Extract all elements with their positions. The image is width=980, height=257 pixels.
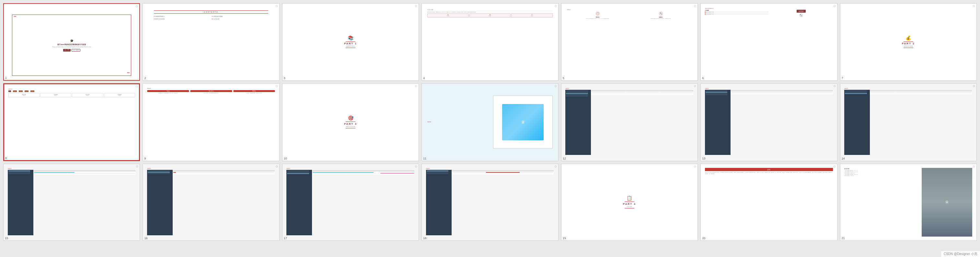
contents-item-4: 04 论 文 总 结: [212, 18, 268, 20]
star-icon-7[interactable]: ✩: [972, 4, 975, 8]
star-icon-14[interactable]: ✩: [972, 84, 975, 88]
slide3-icon: 📚: [344, 35, 357, 40]
slide-20[interactable]: 总结 通过对基于Java EE的社区买菜系统的设计与实现，本文系统地研究了如何利…: [700, 164, 837, 241]
slide-6[interactable]: 国内外研究现状对比 行业观察 国内研究现状描述文字内容。 国外研究现状描述文字内…: [700, 3, 837, 81]
slide11-screenshot: 🖥: [521, 120, 525, 125]
star-icon-6[interactable]: ✩: [833, 4, 836, 8]
slide-13[interactable]: 功能演示: [700, 83, 837, 161]
slide-15[interactable]: 功能演示: [3, 164, 140, 241]
slide2-title: -CONTENTS-: [154, 10, 268, 14]
slide21-ref5: [5] 作者. 文献题目[D]. 大学, 2021.: [844, 175, 920, 176]
star-icon-18[interactable]: ✩: [554, 164, 557, 168]
slide-number-21: 21: [842, 236, 845, 240]
slide1-btn1: 姓名：XXX: [63, 49, 71, 51]
star-icon-20[interactable]: ✩: [833, 164, 836, 168]
slide10-part: PART 3: [344, 123, 357, 125]
star-icon-15[interactable]: ✩: [136, 164, 138, 168]
slide-17[interactable]: 功能演示: [282, 164, 419, 241]
slide6-content: 行业观察 国内研究现状描述文字内容。 国外研究现状描述文字内容。 实时竞价 🔧: [705, 10, 833, 17]
star-icon-13[interactable]: ✩: [833, 84, 836, 88]
slide-number-18: 18: [423, 236, 426, 240]
slide6-header: 国内外研究现状对比: [705, 8, 833, 9]
slide1-subtitle: Design and Implementation of a Community…: [52, 46, 91, 48]
slide-4[interactable]: 论文选入选题 随着互联网技术的快速发展，网络购物已经成为人们日常生活中不可或缺的…: [422, 3, 558, 81]
slide-14[interactable]: 功能演示: [840, 83, 977, 161]
slide3-part: PART 1: [344, 42, 357, 45]
slide-number-20: 20: [702, 236, 705, 240]
star-icon-4[interactable]: ✩: [554, 4, 557, 8]
slide-1[interactable]: ❝❝ 🎓 基于java EE的社区买菜系统设计与实现 Design and Im…: [3, 3, 140, 81]
slide8-flow: 用户 → 商品分类 → 买品构架 → 买品订单 → 买品收货: [8, 90, 135, 92]
slide-2[interactable]: -CONTENTS- 01 选题背景和意义 02 研究内容与思路 03 研究方法…: [143, 3, 279, 81]
slide-21[interactable]: 参考文献 [1] 作者. 文献题目[J]. 期刊名称, 2020, 01: 1-…: [840, 164, 977, 241]
slide21-ref1: [1] 作者. 文献题目[J]. 期刊名称, 2020, 01: 1-10.: [844, 170, 920, 171]
slide-number-19: 19: [563, 236, 566, 240]
contents-item-3: 03 研究方法与过程: [154, 18, 211, 20]
slide-16[interactable]: 功能演示: [143, 164, 279, 241]
slide-18[interactable]: 功能演示: [422, 164, 558, 241]
slide-number-9: 9: [144, 157, 146, 160]
star-icon-3[interactable]: ✩: [415, 4, 417, 8]
star-icon-2[interactable]: ✩: [275, 4, 278, 8]
star-icon-21[interactable]: ✩: [972, 164, 975, 168]
star-icon-9[interactable]: ✩: [275, 84, 278, 88]
contents-item-2: 02 研究内容与思路: [212, 16, 268, 17]
slide10-sub: 研究方法与过程: [344, 126, 357, 128]
slide-7[interactable]: 💰 PART 2 研究内容与思路 7 ✩: [840, 3, 977, 81]
slide-number-16: 16: [144, 236, 147, 240]
slide4-boxes: A 行业背景 B 研究目的 C 研究意义: [427, 13, 553, 18]
slide-11[interactable]: 功能演示 🖥 11 ✩: [422, 83, 558, 161]
slide11-header: 功能演示: [427, 121, 493, 123]
slide3-sub: 选题背景与意义: [344, 46, 357, 47]
slide-number-2: 2: [144, 77, 146, 80]
star-icon-10[interactable]: ✩: [415, 84, 417, 88]
slide21-ref4: [4] 作者. 文献题目[J]. 期刊名称, 2022, 03: 21-30.: [844, 174, 920, 175]
slide5-header: 研究意义: [567, 9, 692, 10]
slide21-ref3: [3] 作者. 文献题目[M]. 出版社, 2019.: [844, 173, 920, 174]
slides-grid: ❝❝ 🎓 基于java EE的社区买菜系统设计与实现 Design and Im…: [0, 0, 980, 244]
slide18-header: 功能演示: [426, 168, 554, 169]
slide12-ui: [565, 90, 693, 155]
slide-8[interactable]: 功能演示 用户 → 商品分类 → 买品构架 → 买品订单 → 买品收货 商品分类…: [3, 83, 140, 161]
slide-3[interactable]: 📚 PART 1 选题背景与意义 3 ✩: [282, 3, 419, 81]
slide8-header: 功能演示: [8, 88, 135, 90]
slide1-btn2: 学号：XXXX: [72, 49, 80, 51]
slide19-part: PART 4: [623, 203, 636, 206]
slide-10[interactable]: 🎯 PART 3 研究方法与过程 10 ✩: [282, 83, 419, 161]
slide18-ui: [426, 170, 554, 235]
slide-number-10: 10: [284, 157, 287, 160]
star-icon-8[interactable]: ✩: [135, 85, 138, 88]
slide-number-12: 12: [563, 157, 566, 160]
slide7-part: PART 2: [902, 42, 915, 45]
star-icon-5[interactable]: ✩: [694, 4, 696, 8]
star-icon-16[interactable]: ✩: [275, 164, 278, 168]
slide-19[interactable]: 📋 PART 4 论文总结 19 ✩: [561, 164, 698, 241]
slide4-desc: 随着互联网技术的快速发展，网络购物已经成为人们日常生活中不可或缺的一部分。社区买…: [427, 12, 553, 13]
slide15-ui: [8, 170, 136, 235]
slide-number-8: 8: [5, 156, 7, 160]
slide14-header: 功能演示: [844, 88, 972, 89]
slide-number-6: 6: [702, 77, 704, 80]
star-icon-1[interactable]: ✩: [135, 5, 138, 8]
slide-number-1: 1: [5, 76, 7, 80]
star-icon-17[interactable]: ✩: [415, 164, 417, 168]
slide-number-11: 11: [423, 157, 426, 160]
slide13-ui: [705, 90, 833, 155]
slide12-header: 功能演示: [565, 88, 693, 89]
slide-number-4: 4: [423, 77, 425, 80]
star-icon-12[interactable]: ✩: [694, 84, 696, 88]
slide20-text: 通过对基于Java EE的社区买菜系统的设计与实现，本文系统地研究了如何利用现代…: [705, 172, 833, 174]
slide7-sub: 研究内容与思路: [902, 46, 915, 47]
slide16-ui: [147, 170, 275, 235]
slide1-title: 基于java EE的社区买菜系统设计与实现: [57, 43, 86, 46]
slide19-sub: 论文总结: [623, 206, 636, 208]
slide7-icon: 💰: [902, 35, 915, 40]
slide19-icon: 📋: [623, 195, 636, 201]
slide13-header: 功能演示: [705, 88, 833, 89]
slide-9[interactable]: 新型技术 Spring Spring框架是Java EE开发的基础框架，提供了I…: [143, 83, 279, 161]
star-icon-11[interactable]: ✩: [554, 84, 557, 88]
star-icon-19[interactable]: ✩: [694, 164, 696, 168]
slide4-header: 论文选入选题: [427, 9, 553, 11]
slide-12[interactable]: 功能演示: [561, 83, 698, 161]
slide-5[interactable]: 研究意义 📋 理论意义 本研究对社区买菜系统的设计与实现进行了深入研究，丰富了相…: [561, 3, 698, 81]
